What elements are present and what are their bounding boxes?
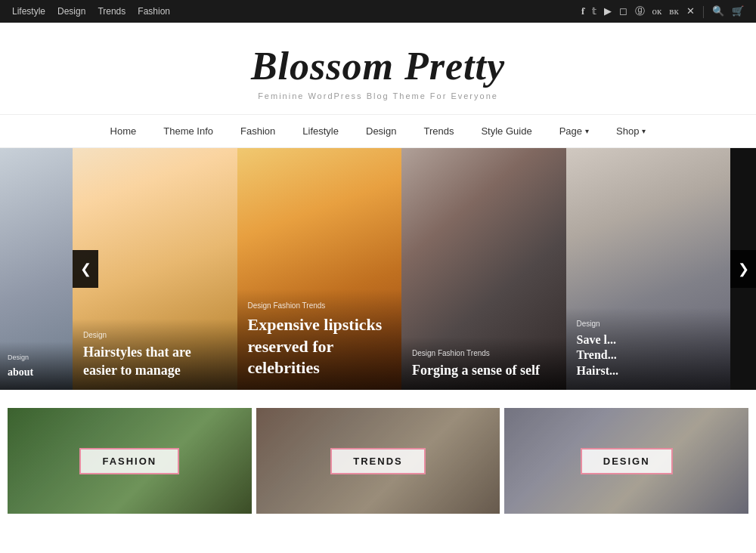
slide-partial-left: Design about — [0, 148, 73, 390]
topnav-trends[interactable]: Trends — [98, 6, 125, 17]
youtube-icon[interactable]: ▶ — [604, 5, 612, 17]
site-title[interactable]: Blossom Pretty — [0, 44, 756, 88]
facebook-icon[interactable]: 𝐟 — [581, 5, 584, 17]
slide-1-title: Hairstyles that are easier to manage — [83, 344, 227, 379]
slide-4-overlay: Design Save l...Trend...Hairst... — [566, 307, 731, 390]
nav-style-guide[interactable]: Style Guide — [467, 115, 545, 147]
category-trends-overlay: TRENDS — [256, 408, 500, 514]
chevron-down-icon: ▾ — [642, 127, 646, 135]
top-bar-icons: 𝐟 𝕥 ▶ ◻ ⓖ ок вк ✕ | 🔍 🛒 — [581, 5, 745, 18]
category-fashion-overlay: FASHION — [8, 408, 252, 514]
divider: | — [702, 5, 705, 18]
vk-icon[interactable]: вк — [669, 5, 678, 17]
slide-1-overlay: Design Hairstyles that are easier to man… — [73, 319, 237, 390]
chevron-down-icon: ▾ — [585, 127, 589, 135]
slide-title: about — [8, 366, 65, 379]
nav-design[interactable]: Design — [352, 115, 410, 147]
search-icon[interactable]: 🔍 — [712, 5, 724, 17]
nav-page-dropdown[interactable]: Page▾ — [546, 115, 603, 147]
top-bar-nav: Lifestyle Design Trends Fashion — [12, 6, 170, 17]
slide-2-overlay: Design Fashion Trends Expensive lipstick… — [237, 289, 402, 390]
nav-home[interactable]: Home — [97, 115, 150, 147]
category-trends[interactable]: TRENDS — [256, 408, 500, 514]
nav-shop-dropdown[interactable]: Shop▾ — [603, 115, 659, 147]
slide-4-partial[interactable]: Design Save l...Trend...Hairst... — [566, 148, 731, 390]
googleplus-icon[interactable]: ⓖ — [635, 5, 645, 18]
slide-tags: Design — [8, 354, 65, 361]
slider-next-button[interactable]: ❯ — [730, 250, 756, 288]
twitter-icon[interactable]: 𝕥 — [592, 5, 596, 17]
slide-4-tags: Design — [577, 320, 720, 328]
slide-overlay: Design about — [0, 341, 73, 390]
slides-container: Design Hairstyles that are easier to man… — [73, 148, 730, 390]
x-icon[interactable]: ✕ — [686, 5, 695, 17]
category-design-overlay: DESIGN — [504, 408, 748, 514]
main-nav: Home Theme Info Fashion Lifestyle Design… — [0, 115, 756, 148]
topnav-lifestyle[interactable]: Lifestyle — [12, 6, 45, 17]
slide-3-overlay: Design Fashion Trends Forging a sense of… — [401, 337, 566, 390]
slide-4-title: Save l...Trend...Hairst... — [577, 332, 720, 379]
nav-lifestyle[interactable]: Lifestyle — [289, 115, 352, 147]
nav-theme-info[interactable]: Theme Info — [150, 115, 227, 147]
site-tagline: Feminine WordPress Blog Theme For Everyo… — [0, 91, 756, 100]
topnav-fashion[interactable]: Fashion — [138, 6, 170, 17]
nav-trends[interactable]: Trends — [410, 115, 467, 147]
slide-3[interactable]: Design Fashion Trends Forging a sense of… — [401, 148, 566, 390]
category-design-label: DESIGN — [581, 448, 673, 474]
instagram-icon[interactable]: ◻ — [619, 5, 627, 17]
category-design[interactable]: DESIGN — [504, 408, 748, 514]
category-trends-label: TRENDS — [330, 448, 425, 474]
ok-icon[interactable]: ок — [652, 5, 662, 17]
slide-3-tags: Design Fashion Trends — [412, 349, 556, 357]
category-section: FASHION TRENDS DESIGN — [0, 390, 756, 532]
slide-2-title: Expensive lipsticks reserved for celebri… — [248, 314, 392, 379]
slide-1-tags: Design — [83, 331, 227, 339]
slider-prev-button[interactable]: ❮ — [73, 250, 98, 288]
slide-3-title: Forging a sense of self — [412, 362, 556, 379]
slide-2[interactable]: Design Fashion Trends Expensive lipstick… — [237, 148, 402, 390]
category-fashion[interactable]: FASHION — [8, 408, 252, 514]
category-fashion-label: FASHION — [79, 448, 179, 474]
slide-2-tags: Design Fashion Trends — [248, 301, 392, 310]
cart-icon[interactable]: 🛒 — [732, 5, 744, 17]
nav-fashion[interactable]: Fashion — [227, 115, 289, 147]
site-header: Blossom Pretty Feminine WordPress Blog T… — [0, 23, 756, 115]
topnav-design[interactable]: Design — [57, 6, 85, 17]
slider-section: Design about Design Hairstyles that are … — [0, 148, 756, 390]
top-bar: Lifestyle Design Trends Fashion 𝐟 𝕥 ▶ ◻ … — [0, 0, 756, 23]
